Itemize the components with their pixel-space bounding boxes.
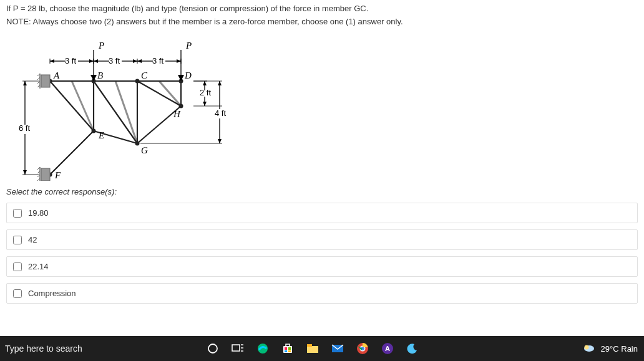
explorer-icon[interactable]	[306, 342, 320, 355]
option-row[interactable]: 19.80	[6, 203, 638, 223]
truss-diagram: A B C D H G E F P P 3 ft 3 ft 3 ft	[6, 31, 243, 181]
svg-point-20	[135, 142, 140, 146]
option-label: Compression	[28, 289, 76, 298]
svg-text:4 ft: 4 ft	[215, 108, 226, 118]
taskbar-icons: A	[206, 342, 419, 355]
option-row[interactable]: 22.14	[6, 256, 638, 277]
option-checkbox-3[interactable]	[13, 262, 22, 271]
svg-text:3 ft: 3 ft	[109, 56, 120, 65]
svg-line-2	[159, 81, 181, 106]
svg-point-17	[135, 79, 140, 84]
option-row[interactable]: 42	[6, 229, 638, 250]
svg-rect-101	[307, 344, 312, 347]
option-label: 19.80	[28, 208, 49, 218]
store-icon[interactable]	[281, 342, 295, 355]
svg-line-12	[50, 131, 94, 175]
svg-text:3 ft: 3 ft	[152, 56, 163, 65]
option-checkbox-1[interactable]	[13, 209, 22, 218]
taskbar-search[interactable]: Type here to search	[5, 344, 82, 354]
svg-rect-98	[285, 350, 287, 352]
svg-text:G: G	[141, 145, 148, 155]
weather-text[interactable]: 29°C Rain	[601, 344, 638, 354]
svg-text:D: D	[184, 70, 192, 80]
option-label: 22.14	[28, 262, 49, 271]
svg-text:3 ft: 3 ft	[65, 56, 76, 65]
svg-text:E: E	[98, 130, 104, 140]
moon-icon[interactable]	[406, 342, 419, 355]
question-text: If P = 28 lb, choose the magnitude (lb) …	[6, 4, 638, 13]
svg-marker-52	[89, 59, 94, 63]
svg-marker-62	[177, 59, 181, 63]
option-row[interactable]: Compression	[6, 283, 638, 304]
options-list: 19.80 42 22.14 Compression	[6, 203, 638, 304]
app-a-icon[interactable]: A	[381, 342, 394, 355]
svg-text:P: P	[185, 41, 192, 51]
svg-point-19	[179, 104, 183, 108]
svg-rect-100	[307, 346, 318, 353]
option-checkbox-2[interactable]	[13, 236, 22, 244]
svg-point-21	[92, 129, 96, 133]
svg-text:C: C	[141, 70, 148, 80]
svg-text:H: H	[173, 109, 181, 119]
cortana-icon[interactable]	[206, 342, 220, 355]
svg-text:A: A	[53, 70, 60, 80]
svg-line-11	[137, 81, 181, 106]
svg-marker-61	[137, 59, 142, 63]
svg-text:P: P	[98, 41, 104, 51]
svg-marker-57	[133, 59, 137, 63]
svg-marker-44	[90, 75, 97, 81]
svg-line-7	[50, 81, 94, 131]
option-checkbox-4[interactable]	[13, 289, 22, 298]
weather-icon[interactable]	[582, 342, 596, 355]
svg-rect-97	[288, 347, 291, 350]
svg-text:B: B	[97, 70, 103, 80]
svg-marker-78	[218, 139, 222, 143]
svg-rect-29	[41, 168, 50, 181]
chrome-icon[interactable]	[356, 342, 369, 355]
taskbar: Type here to search A 29°C Rain	[0, 336, 644, 361]
svg-text:A: A	[385, 345, 390, 352]
svg-marker-47	[178, 75, 184, 81]
svg-marker-85	[23, 170, 27, 175]
svg-rect-99	[288, 350, 291, 352]
svg-line-1	[115, 81, 137, 143]
svg-text:F: F	[54, 170, 61, 180]
svg-rect-23	[41, 75, 50, 87]
svg-marker-51	[50, 59, 54, 63]
option-label: 42	[28, 235, 37, 244]
mail-icon[interactable]	[331, 342, 344, 355]
svg-marker-70	[203, 81, 207, 85]
svg-point-109	[584, 345, 588, 350]
svg-line-0	[72, 81, 94, 131]
svg-rect-90	[232, 345, 240, 351]
svg-marker-77	[218, 81, 222, 85]
svg-point-89	[208, 344, 217, 353]
edge-icon[interactable]	[256, 342, 270, 355]
svg-marker-84	[23, 81, 27, 85]
svg-text:2 ft: 2 ft	[200, 88, 211, 97]
svg-text:6 ft: 6 ft	[19, 123, 30, 133]
svg-marker-71	[203, 102, 207, 106]
question-note: NOTE: Always choose two (2) answers but …	[6, 17, 638, 26]
svg-marker-56	[94, 59, 98, 63]
svg-rect-96	[285, 347, 287, 350]
select-instruction: Select the correct response(s):	[6, 187, 638, 196]
task-view-icon[interactable]	[231, 342, 245, 355]
